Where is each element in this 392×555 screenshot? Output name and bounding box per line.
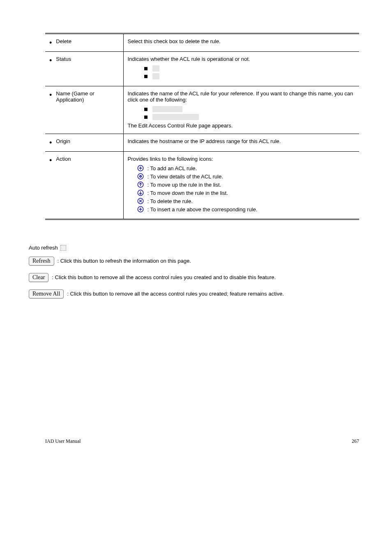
table-row: • Action Provides links to the following… — [45, 152, 359, 220]
sub-option: Off — [152, 73, 159, 79]
clear-button[interactable]: Clear — [29, 273, 48, 282]
plus-circle-icon — [137, 206, 144, 213]
bullet-icon: • — [49, 90, 52, 99]
action-desc: : To add an ACL rule. — [148, 165, 197, 171]
table-row: • Status Indicates whether the ACL rule … — [45, 52, 359, 86]
plus-circle-icon — [137, 164, 144, 172]
property-desc: Select this check box to delete the rule… — [128, 38, 221, 44]
sub-option: On — [152, 65, 159, 72]
refresh-desc: : Click this button to refresh the infor… — [58, 257, 191, 265]
refresh-button[interactable]: Refresh — [29, 257, 54, 266]
table-row: • Name (Game or Application) Indicates t… — [45, 86, 359, 134]
action-desc: : To delete the rule. — [148, 198, 193, 204]
square-bullet-icon — [144, 67, 148, 70]
sub-option: <application name> — [152, 114, 199, 120]
arrow-down-circle-icon — [137, 189, 144, 197]
property-name: Delete — [56, 38, 71, 44]
x-circle-icon — [137, 197, 144, 205]
table-row: • Delete Select this check box to delete… — [45, 34, 359, 52]
property-name: Name (Game or Application) — [56, 90, 119, 103]
bullet-icon: • — [49, 56, 52, 64]
footer-title: IAD User Manual — [45, 438, 81, 444]
table-row: • Origin Indicates the hostname or the I… — [45, 134, 359, 152]
bullet-icon: • — [49, 138, 52, 146]
property-desc: Indicates the hostname or the IP address… — [128, 138, 281, 144]
action-desc: : To view details of the ACL rule. — [148, 173, 223, 180]
square-bullet-icon — [144, 75, 148, 78]
square-bullet-icon — [144, 116, 148, 119]
remove-all-button[interactable]: Remove All — [29, 289, 64, 298]
clear-desc: : Click this button to remove all the ac… — [52, 274, 276, 281]
action-desc: : To move down the rule in the list. — [148, 190, 228, 196]
property-name: Status — [56, 56, 71, 62]
svg-point-5 — [140, 176, 141, 177]
autorefresh-label: Auto refresh — [29, 245, 58, 251]
square-bullet-icon — [144, 108, 148, 111]
property-desc: Indicates whether the ACL rule is operat… — [128, 56, 355, 62]
remove-all-desc: : Click this button to remove all the ac… — [67, 290, 284, 298]
property-desc: Provides links to the following icons: — [128, 156, 355, 162]
property-name: Action — [56, 156, 71, 162]
property-note: The Edit Access Control Rule page appear… — [128, 123, 355, 129]
arrow-up-circle-icon — [137, 181, 144, 188]
footer-page: 267 — [352, 438, 359, 444]
sub-option: <rule name> — [152, 106, 182, 112]
property-name: Origin — [56, 138, 70, 144]
action-desc: : To move up the rule in the list. — [148, 182, 221, 188]
eye-circle-icon — [137, 173, 144, 180]
properties-table: • Delete Select this check box to delete… — [45, 33, 359, 220]
property-desc: Indicates the name of the ACL rule for y… — [128, 90, 355, 103]
bullet-icon: • — [49, 156, 52, 164]
autorefresh-checkbox[interactable] — [60, 245, 66, 251]
action-desc: : To insert a rule above the correspondi… — [148, 206, 258, 213]
bullet-icon: • — [49, 38, 52, 46]
